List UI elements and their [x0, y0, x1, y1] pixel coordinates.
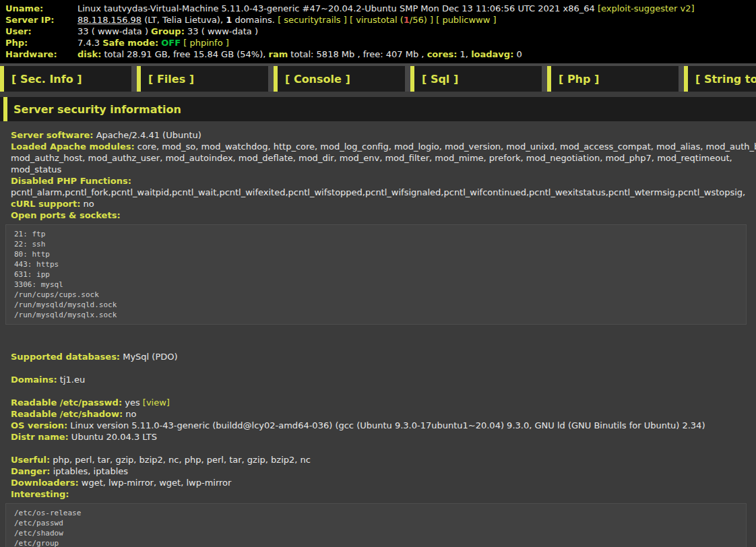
text-segment: Readable /etc/shadow: — [11, 409, 123, 419]
text-segment: 0 — [513, 49, 522, 59]
text-segment: Loaded Apache modules: — [11, 141, 135, 152]
info-line: Readable /etc/shadow: no — [11, 408, 756, 420]
header-value-hardware: disk: total 28.91 GB, free 15.84 GB (54%… — [77, 49, 756, 60]
info-line: Disabled PHP Functions: — [11, 175, 756, 187]
section-header: Server security information — [0, 97, 756, 121]
info-line — [11, 362, 756, 374]
text-segment: OS version: — [11, 420, 67, 430]
tab-bar: [ Sec. Info ][ Files ][ Console ][ Sql ]… — [0, 63, 756, 92]
text-segment: Ubuntu 20.04.3 LTS — [69, 432, 157, 442]
text-segment: (LT, Telia Lietuva), — [141, 15, 226, 25]
text-segment: total 28.91 GB, free 15.84 GB (54%), — [101, 49, 268, 59]
tab-label: [ Sec. Info ] — [4, 73, 82, 86]
tab-php[interactable]: [ Php ] — [547, 66, 679, 92]
text-segment: core, mod_so, mod_watchdog, http_core, m… — [135, 141, 756, 152]
tab-label: [ Files ] — [141, 73, 194, 86]
tab-label: [ Php ] — [551, 73, 599, 86]
text-segment: domains. — [232, 15, 278, 25]
text-segment: 1 — [404, 15, 410, 25]
info-line: Interesting: — [11, 488, 756, 500]
header-label-hardware: Hardware: — [5, 49, 77, 60]
info-line: Readable /etc/passwd: yes [view] — [11, 397, 756, 408]
text-segment: Linux version 5.11.0-43-generic (buildd@… — [67, 420, 705, 430]
text-segment: Interesting: — [11, 489, 69, 499]
info-line: cURL support: no — [11, 198, 756, 210]
tab-files[interactable]: [ Files ] — [137, 66, 268, 92]
link-56[interactable]: /56) ] — [410, 15, 433, 25]
link-phpinfo[interactable]: [ phpinfo ] — [183, 38, 229, 48]
tab-label: [ Sql ] — [414, 73, 458, 86]
link-virustotal[interactable]: [ virustotal ( — [350, 15, 404, 25]
text-segment: disk: — [77, 49, 101, 59]
info-line: Loaded Apache modules: core, mod_so, mod… — [11, 141, 756, 152]
open-ports-list: 21: ftp 22: ssh 80: http 443: https 631:… — [5, 224, 747, 325]
server-info-header: Uname:Linux tautvydas-Virtual-Machine 5.… — [0, 0, 756, 63]
text-segment: 33 ( www-data ) — [185, 26, 258, 36]
header-label-user: User: — [5, 26, 77, 37]
header-value-user: 33 ( www-data ) Group: 33 ( www-data ) — [77, 26, 756, 37]
text-segment: tj1.eu — [57, 375, 85, 385]
text-segment: Userful: — [11, 455, 50, 465]
tab-string-tools[interactable]: [ String tools ] — [684, 66, 756, 92]
header-label-uname: Uname: — [5, 3, 77, 14]
text-segment: Distr name: — [11, 432, 69, 442]
link-88.118.156.98[interactable]: 88.118.156.98 — [77, 15, 141, 25]
info-line — [11, 385, 756, 397]
text-segment: Server software: — [11, 130, 94, 140]
info-line: Distr name: Ubuntu 20.04.3 LTS — [11, 431, 756, 443]
header-label-server-ip: Server IP: — [5, 14, 77, 26]
header-value-uname: Linux tautvydas-Virtual-Machine 5.11.0-4… — [77, 3, 756, 14]
header-row-uname: Uname:Linux tautvydas-Virtual-Machine 5.… — [5, 3, 756, 14]
text-segment: Danger: — [11, 466, 51, 476]
info-line: OS version: Linux version 5.11.0-43-gene… — [11, 420, 756, 431]
text-segment: Apache/2.4.41 (Ubuntu) — [94, 130, 201, 140]
info-line: pcntl_alarm,pcntl_fork,pcntl_waitpid,pcn… — [11, 187, 756, 198]
tab-sql[interactable]: [ Sql ] — [410, 66, 542, 92]
info-line: Supported databases: MySql (PDO) — [11, 351, 756, 362]
text-segment: 33 ( www-data ) — [77, 26, 151, 36]
tab-label: [ String tools ] — [688, 73, 756, 86]
info-line: Danger: iptables, iptables — [11, 465, 756, 477]
text-segment: 1 — [226, 15, 232, 25]
link-securitytrails[interactable]: [ securitytrails ] — [278, 15, 347, 25]
text-segment: 7.4.3 — [77, 38, 102, 48]
link-view[interactable]: [view] — [143, 397, 170, 408]
info-line: mod_authz_host, mod_authz_user, mod_auto… — [11, 152, 756, 164]
header-row-hardware: Hardware:disk: total 28.91 GB, free 15.8… — [5, 49, 756, 60]
text-segment: Group: — [151, 26, 185, 36]
text-segment: ram — [268, 49, 288, 59]
header-label-php: Php: — [5, 37, 77, 49]
info-line: Open ports & sockets: — [11, 210, 756, 221]
info-line — [11, 340, 756, 351]
info-line: Downloaders: wget, lwp-mirror, wget, lwp… — [11, 477, 756, 488]
text-segment: Domains: — [11, 375, 57, 385]
text-segment: php, perl, tar, gzip, bzip2, nc, php, pe… — [50, 455, 311, 465]
info-line: mod_status — [11, 164, 756, 175]
text-segment: loadavg: — [471, 49, 513, 59]
text-segment: no — [80, 199, 94, 209]
text-segment: Linux tautvydas-Virtual-Machine 5.11.0-4… — [77, 3, 598, 13]
text-segment: Readable /etc/passwd: — [11, 397, 122, 408]
text-segment: MySql (PDO) — [120, 352, 178, 362]
text-segment: OFF — [161, 38, 181, 48]
text-segment: pcntl_alarm,pcntl_fork,pcntl_waitpid,pcn… — [11, 187, 745, 197]
link-exploit-suggester-v2[interactable]: [exploit-suggester v2] — [598, 3, 695, 13]
text-segment: mod_authz_host, mod_authz_user, mod_auto… — [11, 153, 732, 163]
section-title: Server security information — [7, 103, 181, 116]
text-segment: no — [123, 409, 136, 419]
text-segment: yes — [122, 397, 143, 408]
interesting-files-list: /etc/os-release /etc/passwd /etc/shadow … — [5, 503, 747, 547]
text-segment: total: 5818 Mb , free: 407 Mb , — [288, 49, 427, 59]
info-line — [11, 443, 756, 454]
header-value-php: 7.4.3 Safe mode: OFF [ phpinfo ] — [77, 37, 756, 49]
text-segment: wget, lwp-mirror, wget, lwp-mirror — [79, 478, 232, 488]
text-segment: Downloaders: — [11, 478, 79, 488]
tab-sec.-info[interactable]: [ Sec. Info ] — [0, 66, 131, 92]
text-segment: Open ports & sockets: — [11, 210, 121, 220]
tab-console[interactable]: [ Console ] — [274, 66, 405, 92]
info-line: Domains: tj1.eu — [11, 374, 756, 385]
header-value-server-ip: 88.118.156.98 (LT, Telia Lietuva), 1 dom… — [77, 14, 756, 26]
link-publicwww[interactable]: [ publicwww ] — [436, 15, 496, 25]
info-line: Server software: Apache/2.4.41 (Ubuntu) — [11, 129, 756, 141]
text-segment: Disabled PHP Functions: — [11, 176, 131, 186]
